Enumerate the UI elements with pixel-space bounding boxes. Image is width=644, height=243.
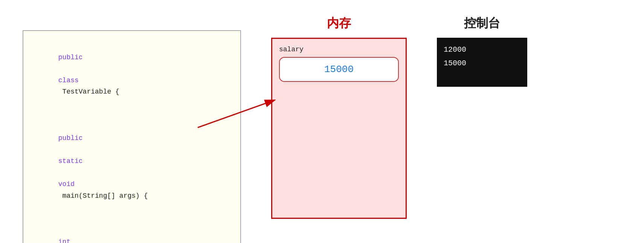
memory-value-box: 15000 — [279, 57, 399, 82]
code-line-3: int salary = 12000 ; — [34, 213, 230, 243]
keyword-void: void — [58, 180, 75, 188]
memory-section: 内存 salary 15000 — [271, 15, 407, 219]
memory-title: 内存 — [327, 15, 351, 32]
console-section: 控制台 12000 15000 — [437, 15, 527, 87]
main-container: public class TestVariable { public stati… — [0, 0, 644, 243]
keyword-class: class — [58, 77, 79, 84]
code-line-1: public class TestVariable { — [34, 40, 230, 109]
memory-var-label: salary — [279, 46, 399, 53]
console-title: 控制台 — [464, 15, 500, 32]
keyword-public: public — [58, 54, 83, 61]
keyword-static: static — [58, 157, 83, 165]
console-box: 12000 15000 — [437, 38, 527, 87]
code-panel: public class TestVariable { public stati… — [23, 30, 241, 243]
keyword-public2: public — [58, 134, 83, 142]
memory-value: 15000 — [324, 64, 354, 75]
memory-box: salary 15000 — [271, 38, 407, 219]
console-line-2: 15000 — [444, 57, 520, 70]
console-line-1: 12000 — [444, 43, 520, 57]
keyword-int1: int — [58, 238, 70, 243]
code-line-2: public static void main(String[] args) { — [34, 109, 230, 213]
